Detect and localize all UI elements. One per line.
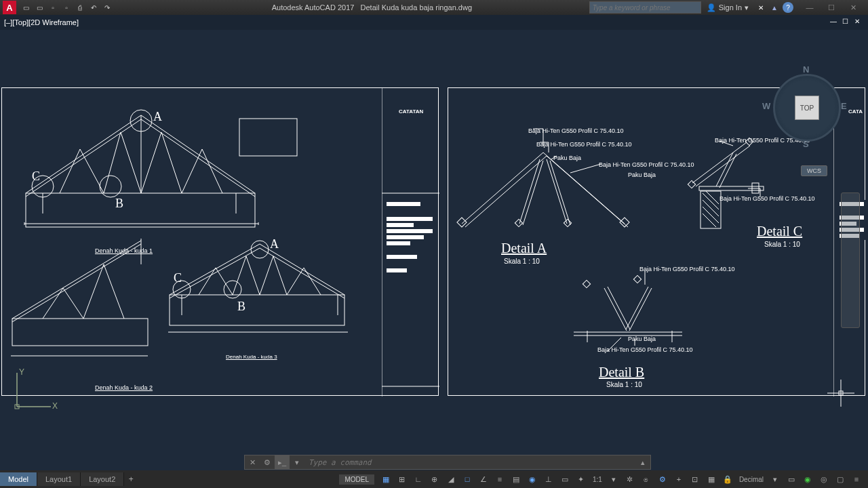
- annoscale-icon[interactable]: ✲: [623, 472, 637, 486]
- workspace-icon[interactable]: ⚙: [655, 472, 670, 486]
- ucs-y-label: Y: [19, 367, 24, 377]
- svg-rect-40: [239, 119, 297, 156]
- compass-e[interactable]: E: [841, 101, 847, 111]
- navigation-bar[interactable]: [841, 192, 860, 328]
- grid-icon[interactable]: ▦: [378, 472, 393, 486]
- db-label3: Baja Hi-Ten G550 Profil C 75.40.10: [597, 346, 693, 353]
- marker-c1: C: [32, 169, 40, 184]
- tab-model[interactable]: Model: [0, 472, 37, 486]
- tab-layout1[interactable]: Layout1: [37, 472, 81, 486]
- qat-save-icon[interactable]: ▫: [47, 2, 58, 13]
- label-denah2: Denah Kuda - kuda 2: [95, 384, 153, 391]
- command-bar: ✕ ⚙ ▸_ ▾ ▴: [244, 455, 651, 470]
- tab-layout2[interactable]: Layout2: [81, 472, 124, 486]
- vp-restore-icon[interactable]: ☐: [842, 18, 852, 27]
- qat-print-icon[interactable]: ⎙: [75, 2, 85, 13]
- annomon-icon[interactable]: +: [671, 472, 686, 486]
- cmd-customize-icon[interactable]: ⚙: [260, 455, 275, 469]
- svg-rect-0: [26, 193, 255, 227]
- vp-minimize-icon[interactable]: —: [830, 18, 840, 27]
- isolate-icon[interactable]: ◎: [816, 472, 831, 486]
- signin-icon: 👤: [707, 3, 716, 12]
- svg-line-30: [260, 256, 273, 295]
- scale-chevron-icon[interactable]: ▾: [606, 472, 621, 486]
- wcs-button[interactable]: WCS: [801, 165, 827, 176]
- maximize-button[interactable]: ☐: [825, 3, 838, 12]
- cleanscreen-icon[interactable]: ▢: [833, 472, 848, 486]
- isodraft-icon[interactable]: ◢: [443, 472, 458, 486]
- dynucs-icon[interactable]: ⊥: [541, 472, 556, 486]
- svg-line-8: [202, 149, 222, 193]
- qat-saveas-icon[interactable]: ▫: [61, 2, 72, 13]
- window-title: Autodesk AutoCAD 2017 Detail Kuda kuda b…: [114, 3, 589, 12]
- lineweight-icon[interactable]: ≡: [492, 472, 507, 486]
- units-icon[interactable]: ⊡: [688, 472, 703, 486]
- osnap-icon[interactable]: □: [460, 472, 475, 486]
- app-logo[interactable]: A: [3, 1, 16, 14]
- drawing-canvas[interactable]: A B C A B C Denah Kuda - kuda 1 Denah Ku…: [0, 30, 868, 454]
- label-denah1: Denah Kuda - kuda 1: [95, 247, 153, 254]
- svg-line-32: [287, 268, 304, 295]
- a360-icon[interactable]: ▲: [769, 2, 780, 13]
- minimize-button[interactable]: —: [803, 3, 816, 12]
- qat-redo-icon[interactable]: ↷: [102, 2, 113, 13]
- polar-icon[interactable]: ⊕: [427, 472, 442, 486]
- units-chevron-icon[interactable]: ▾: [768, 472, 783, 486]
- svg-rect-25: [170, 295, 344, 325]
- svg-line-4: [121, 132, 141, 193]
- viewcube-top-face[interactable]: TOP: [795, 96, 819, 120]
- ucs-x-label: X: [52, 401, 58, 411]
- lockui-icon[interactable]: 🔒: [720, 472, 735, 486]
- svg-line-23: [104, 264, 124, 319]
- command-input[interactable]: [304, 458, 635, 467]
- cmd-close-icon[interactable]: ✕: [245, 455, 260, 469]
- svg-line-7: [182, 149, 202, 193]
- da-label5: Paku Baja: [628, 171, 656, 178]
- svg-line-1: [60, 149, 80, 193]
- ortho-icon[interactable]: ∟: [411, 472, 426, 486]
- quickprops-icon[interactable]: ▦: [704, 472, 719, 486]
- close-button[interactable]: ✕: [846, 3, 860, 12]
- qview-icon[interactable]: ▭: [784, 472, 799, 486]
- cycling-icon[interactable]: ◉: [525, 472, 540, 486]
- help-search-input[interactable]: [589, 1, 701, 14]
- hardware-icon[interactable]: ◉: [800, 472, 815, 486]
- transparency-icon[interactable]: ▤: [509, 472, 524, 486]
- compass-s[interactable]: S: [803, 139, 809, 149]
- detail-a-title: Detail A: [501, 241, 547, 256]
- svg-point-11: [100, 176, 121, 197]
- units-display[interactable]: Decimal: [736, 476, 766, 483]
- customize-status-icon[interactable]: ≡: [849, 472, 864, 486]
- qat-undo-icon[interactable]: ↶: [88, 2, 99, 13]
- otrack-icon[interactable]: ∠: [476, 472, 491, 486]
- gizmo-icon[interactable]: ✦: [574, 472, 589, 486]
- sheet-1: A B C A B C Denah Kuda - kuda 1 Denah Ku…: [1, 87, 439, 396]
- catatan-label-2: CATA: [848, 108, 863, 115]
- cmd-chevron-icon[interactable]: ▾: [290, 455, 304, 469]
- snap-icon[interactable]: ⊞: [395, 472, 410, 486]
- viewport-label[interactable]: [–][Top][2D Wireframe]: [4, 18, 79, 26]
- detail-b-scale: Skala 1 : 10: [606, 381, 642, 388]
- cmd-history-icon[interactable]: ▴: [635, 455, 650, 469]
- da-label4: Baja Hi-Ten G550 Profil C 75.40.10: [599, 161, 694, 168]
- svg-rect-52: [457, 218, 467, 227]
- compass-w[interactable]: W: [762, 101, 770, 111]
- signin-area[interactable]: 👤 Sign In ▾: [701, 3, 754, 12]
- status-model[interactable]: MODEL: [339, 474, 374, 485]
- qat-new-icon[interactable]: ▭: [20, 2, 31, 13]
- viewcube[interactable]: TOP N S E W: [766, 67, 848, 148]
- svg-line-81: [604, 288, 627, 331]
- compass-n[interactable]: N: [803, 64, 809, 75]
- detail-c-title: Detail C: [757, 224, 802, 239]
- help-icon[interactable]: ?: [783, 2, 793, 13]
- qat-open-icon[interactable]: ▭: [34, 2, 45, 13]
- svg-rect-55: [564, 219, 571, 226]
- vp-close-icon[interactable]: ✕: [854, 18, 864, 27]
- selection-icon[interactable]: ▭: [557, 472, 572, 486]
- exchange-icon[interactable]: ✕: [755, 2, 766, 13]
- svg-line-51: [550, 161, 570, 225]
- scale-display[interactable]: 1:1: [590, 476, 605, 483]
- tab-add-button[interactable]: +: [124, 472, 138, 487]
- label-denah3: Denah Kuda - kuda 3: [226, 354, 277, 360]
- annovis-icon[interactable]: ⍟: [639, 472, 654, 486]
